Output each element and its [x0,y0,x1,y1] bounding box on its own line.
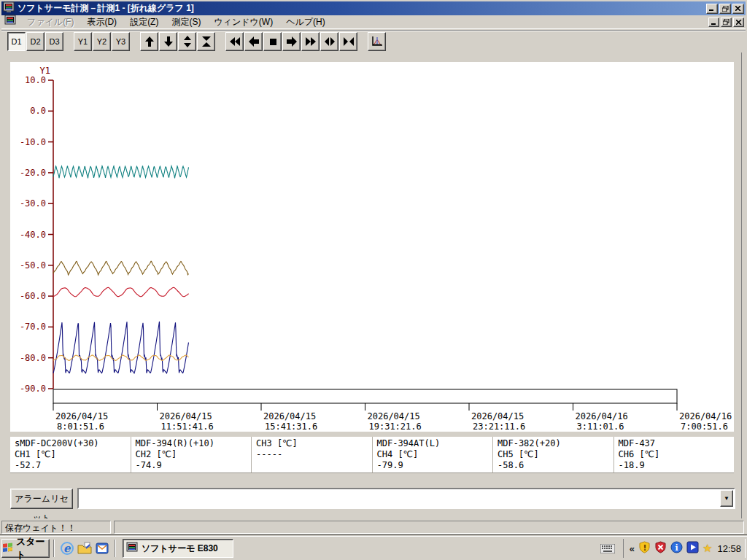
scroll-down-button[interactable] [159,32,177,51]
alarm-combobox[interactable]: ▼ [77,488,735,509]
d1-button[interactable]: D1 [7,32,26,51]
taskbar-clock[interactable]: 12:58 [716,543,741,554]
ch2-label: CH2 [℃] [136,449,252,460]
restore-button[interactable] [719,4,731,14]
ch3-value: ----- [256,449,372,460]
rewind-icon [229,36,241,47]
compress-horizontal-button[interactable] [339,32,357,51]
expand-vertical-button[interactable] [178,32,196,51]
media-player-tray-icon[interactable] [686,541,699,556]
menu-measure[interactable]: 測定(S) [165,15,207,30]
svg-text:2026/04/15: 2026/04/15 [471,411,524,421]
start-button[interactable]: スタート [1,539,50,558]
internet-explorer-icon[interactable]: e [58,540,76,557]
rewind-button[interactable] [225,32,244,51]
ch5-label: CH5 [℃] [498,449,614,460]
window-title: ソフトサーモ計測－計測1 - [折れ線グラフ 1] [18,2,706,15]
keyboard-layout-icon[interactable] [598,540,617,557]
svg-text:19:31:21.6: 19:31:21.6 [369,421,422,432]
menu-bar: ファイル(F) 表示(D) 設定(Z) 測定(S) ウィンドウ(W) ヘルプ(H… [1,15,746,29]
status-bar: 保存ウェイト！！ [1,518,746,534]
security-alert-shield-icon[interactable]: ! [638,541,651,556]
fast-forward-button[interactable] [301,32,320,51]
svg-text:2026/04/15: 2026/04/15 [160,411,212,421]
ch4-name: MDF-394AT(L) [377,438,493,449]
graph-icon [371,36,383,47]
stop-button[interactable] [263,32,282,51]
ch6-value: -18.9 [619,460,735,471]
tray-collapse-icon[interactable]: « [630,543,635,554]
mdi-restore-button[interactable] [721,18,732,27]
expand-horizontal-icon [324,36,336,47]
ch5-name: MDF-382(+20) [498,438,614,449]
app-window: ソフトサーモ計測－計測1 - [折れ線グラフ 1] ファイル(F) 表示(D) … [0,0,747,535]
favorites-tray-icon[interactable]: ★ [703,542,712,555]
svg-text:11:51:41.6: 11:51:41.6 [161,421,214,432]
status-message: 保存ウェイト！！ [1,521,111,534]
toolbar: D1 D2 D3 Y1 Y2 Y3 [1,30,746,52]
channel-legend: sMDF-DC200V(+30) CH1 [℃] -52.7 MDF-394(R… [10,437,734,473]
menu-settings[interactable]: 設定(Z) [123,15,165,30]
legend-ch3: CH3 [℃] ----- [251,437,372,472]
document-icon[interactable] [4,15,16,29]
step-forward-button[interactable] [282,32,301,51]
mdi-minimize-button[interactable] [708,18,719,27]
step-back-button[interactable] [244,32,263,51]
security-error-shield-icon[interactable] [654,541,667,556]
app-icon [126,542,138,556]
menu-window[interactable]: ウィンドウ(W) [207,15,279,30]
svg-text:-50.0: -50.0 [20,260,46,271]
compress-vertical-icon [201,36,212,47]
svg-text:i: i [676,543,678,553]
menu-file[interactable]: ファイル(F) [20,15,80,30]
svg-text:-70.0: -70.0 [20,322,46,332]
graph-setup-button[interactable] [368,32,386,51]
d3-button[interactable]: D3 [45,32,63,51]
svg-text:2026/04/15: 2026/04/15 [263,411,316,421]
close-button[interactable] [732,4,744,14]
compress-vertical-button[interactable] [197,32,215,51]
svg-text:-90.0: -90.0 [20,384,46,394]
svg-text:2026/04/16: 2026/04/16 [576,411,628,421]
svg-text:-30.0: -30.0 [20,198,46,209]
taskbar-separator [53,540,55,557]
svg-text:-80.0: -80.0 [20,353,46,363]
info-balloon-icon[interactable]: i [670,541,683,556]
combo-dropdown-button[interactable]: ▼ [720,490,733,507]
show-desktop-icon[interactable] [76,540,93,557]
arrow-left-icon [248,36,260,47]
arrow-right-icon [286,36,298,47]
svg-text:2026/04/15: 2026/04/15 [368,411,420,421]
expand-vertical-icon [182,36,193,47]
legend-ch5: MDF-382(+20) CH5 [℃] -58.6 [492,437,614,472]
stop-icon [267,36,279,47]
y3-button[interactable]: Y3 [112,32,130,51]
svg-text:15:41:31.6: 15:41:31.6 [265,421,317,432]
alarm-reset-button[interactable]: アラームリセット [10,489,73,509]
d2-button[interactable]: D2 [26,32,44,51]
start-label: スタート [16,535,49,560]
ch4-label: CH4 [℃] [377,449,493,460]
menu-help[interactable]: ヘルプ(H) [279,15,332,30]
svg-text:-20.0: -20.0 [20,168,46,178]
alarm-combo-value [81,491,718,505]
y2-button[interactable]: Y2 [93,32,111,51]
scroll-up-button[interactable] [140,32,158,51]
chevron-down-icon: ▼ [724,495,729,502]
expand-horizontal-button[interactable] [320,32,338,51]
compress-horizontal-icon [343,36,355,47]
svg-text:3:11:01.6: 3:11:01.6 [577,421,624,432]
desktop: ソフトサーモ計測－計測1 - [折れ線グラフ 1] ファイル(F) 表示(D) … [0,0,747,560]
alarm-row: アラームリセット ▼ [1,483,746,512]
ch1-name: sMDF-DC200V(+30) [15,438,131,449]
outlook-icon[interactable] [93,540,111,557]
minimize-button[interactable] [706,4,718,14]
task-button-softthermo[interactable]: ソフトサーモ E830 [123,539,233,558]
ch1-value: -52.7 [15,460,131,471]
svg-text:23:21:11.6: 23:21:11.6 [473,421,525,432]
menu-view[interactable]: 表示(D) [80,15,123,30]
mdi-close-button[interactable] [733,18,744,27]
ch2-name: MDF-394(R)(+10) [136,438,252,449]
app-icon [3,1,15,16]
y1-button[interactable]: Y1 [74,32,92,51]
